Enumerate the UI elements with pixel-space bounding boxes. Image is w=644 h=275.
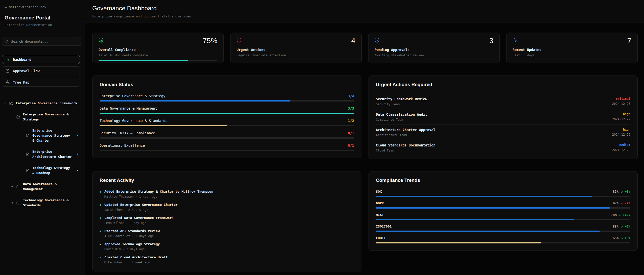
urgent-item[interactable]: Data Classification AuditCompliance Team… <box>376 109 630 124</box>
activity-meta: Matthew Thompson · 1 hour ago <box>104 195 213 198</box>
stat-cards-row: 75% Overall Compliance 12 of 16 document… <box>92 33 638 63</box>
bar-chart-icon <box>6 58 10 62</box>
priority-badge: medium <box>612 143 630 147</box>
domain-row: Enterprise Governance & Strategy3/4 <box>100 94 354 102</box>
target-icon <box>99 38 104 43</box>
nav-item-approval-flow[interactable]: Approval Flow <box>2 66 80 75</box>
activity-dot <box>100 217 101 219</box>
priority-badge: high <box>612 112 630 116</box>
search-icon <box>5 40 9 43</box>
activity-title: Approved Technology Strategy <box>104 242 160 246</box>
trend-bar <box>376 242 630 243</box>
trend-row: COBIT 65%↗ +8% <box>376 236 630 243</box>
expand-toggle[interactable]: + <box>11 200 14 205</box>
alert-circle-icon <box>237 38 242 43</box>
status-dot <box>77 170 78 171</box>
tree-folder-enterprise-governance-strategy[interactable]: − Enterprise Governance & Strategy <box>4 112 78 122</box>
activity-meta: Mike Johnson · 1 week ago <box>104 261 168 264</box>
trend-arrow-icon: ↗ <box>619 213 621 217</box>
tree-folder-technology-governance-standards[interactable]: + Technology Governance & Standards <box>4 198 78 208</box>
trend-row: GDPR 92%↘ -2% <box>376 201 630 209</box>
app-window: ← matthewthompson.dev Governance Portal … <box>0 0 644 275</box>
panel-domain-status: Domain Status Enterprise Governance & St… <box>92 76 361 158</box>
nav-item-label: Dashboard <box>13 58 31 62</box>
collapse-toggle[interactable]: − <box>11 114 14 119</box>
tree-doc-enterprise-governance-strategy-charter[interactable]: Enterprise Governance Strategy & Charter <box>4 128 78 143</box>
urgent-team: Cloud Team <box>376 149 435 152</box>
tree-folder-enterprise-governance-framework[interactable]: − Enterprise Governance Framework <box>4 101 78 106</box>
trend-bar <box>376 196 630 197</box>
activity-item: Completed Data Governance FrameworkEmma … <box>100 216 354 225</box>
stat-label: Recent Updates <box>513 48 631 52</box>
activity-title: Updated Enterprise Governance Charter <box>104 203 178 207</box>
stat-label: Pending Approvals <box>375 48 493 52</box>
activity-title: Completed Data Governance Framework <box>104 216 174 220</box>
panel-title: Compliance Trends <box>376 178 630 183</box>
urgent-team: Compliance Team <box>376 118 427 121</box>
urgent-item[interactable]: Architecture Charter ApprovalArchitectur… <box>376 124 630 140</box>
tree-item-label: Technology Strategy & Roadmap <box>32 165 73 176</box>
search-input[interactable] <box>2 37 81 46</box>
tree-doc-technology-strategy-roadmap[interactable]: Technology Strategy & Roadmap <box>4 165 78 176</box>
domain-bar <box>100 150 354 151</box>
expand-toggle[interactable]: + <box>11 184 14 189</box>
trend-label: NIST <box>376 213 384 217</box>
page-header: Governance Dashboard Enterprise complian… <box>85 0 644 22</box>
domain-row: Data Governance & Management3/3 <box>100 106 354 114</box>
due-date: 2024-12-25 <box>612 133 630 136</box>
progress-bar <box>99 60 217 61</box>
activity-dot <box>100 204 101 206</box>
trend-arrow-icon: ↗ <box>621 224 623 228</box>
due-date: 2024-12-28 <box>612 148 630 152</box>
nav-item-label: Tree Map <box>13 80 29 84</box>
file-text-icon <box>26 153 30 156</box>
stat-card-urgent-actions: 4 Urgent Actions Require immediate atten… <box>230 33 362 63</box>
file-text-icon <box>26 169 30 172</box>
urgent-item[interactable]: Security Framework ReviewSecurity Team c… <box>376 94 630 109</box>
nav-item-tree-map[interactable]: Tree Map <box>2 78 80 87</box>
trend-label: COBIT <box>376 236 386 240</box>
nav-item-label: Approval Flow <box>13 69 40 73</box>
domain-row: Technology Governance & Standards1/2 <box>100 119 354 126</box>
page-subtitle: Enterprise compliance and document statu… <box>92 14 637 18</box>
main-content: Governance Dashboard Enterprise complian… <box>85 0 644 275</box>
trend-row: NIST 78%↗ +12% <box>376 213 630 220</box>
domain-label: Security, Risk & Compliance <box>100 131 155 135</box>
domain-label: Enterprise Governance & Strategy <box>100 94 165 98</box>
activity-meta: David Kim · 3 days ago <box>104 247 160 251</box>
back-link[interactable]: ← matthewthompson.dev <box>5 5 80 9</box>
priority-badge: critical <box>612 97 630 101</box>
stat-card-recent-updates: 7 Recent Updates Last 30 days <box>506 33 638 63</box>
domain-value: 0/1 <box>348 131 354 135</box>
tree-folder-data-governance-management[interactable]: + Data Governance & Management <box>4 182 78 192</box>
trend-bar-fill <box>376 231 600 232</box>
trend-value: 88% <box>613 224 619 228</box>
tree-item-label: Enterprise Governance Framework <box>16 101 78 106</box>
search-section <box>0 33 85 51</box>
domain-value: 0/1 <box>348 143 354 147</box>
nav-item-dashboard[interactable]: Dashboard <box>2 55 80 64</box>
urgent-title: Data Classification Audit <box>376 112 427 116</box>
trend-label: ISO27001 <box>376 224 392 228</box>
panel-title: Recent Activity <box>100 178 354 183</box>
domain-bar <box>100 125 354 126</box>
collapse-toggle[interactable]: − <box>4 101 7 106</box>
tree-doc-enterprise-architecture-charter[interactable]: Enterprise Architecture Charter <box>4 149 78 159</box>
tree-item-label: Enterprise Governance & Strategy <box>23 112 78 122</box>
panel-title: Domain Status <box>100 82 354 87</box>
trend-value: 65% <box>613 236 619 240</box>
urgent-item[interactable]: Cloud Standards DocumentationCloud Team … <box>376 140 630 153</box>
panel-title: Urgent Actions Required <box>376 82 630 87</box>
domain-bar-fill <box>100 100 290 102</box>
urgent-team: Architecture Team <box>376 133 435 137</box>
stat-sub: Awaiting stakeholder review <box>375 54 493 57</box>
trend-delta: ↘ -2% <box>621 201 630 205</box>
trend-row: ISO27001 88%↗ +3% <box>376 224 630 232</box>
panel-recent-activity: Recent Activity Added Enterprise Strateg… <box>92 171 361 271</box>
activity-title: Added Enterprise Strategy & Charter by M… <box>104 190 213 193</box>
trend-bar-fill <box>376 242 541 243</box>
tree-map-icon <box>6 80 10 84</box>
stat-value: 4 <box>351 37 355 44</box>
panel-compliance-trends: Compliance Trends SOX 85%↗ +5% GDPR 92%↘… <box>369 171 638 251</box>
sidebar-header: ← matthewthompson.dev Governance Portal … <box>0 0 85 33</box>
